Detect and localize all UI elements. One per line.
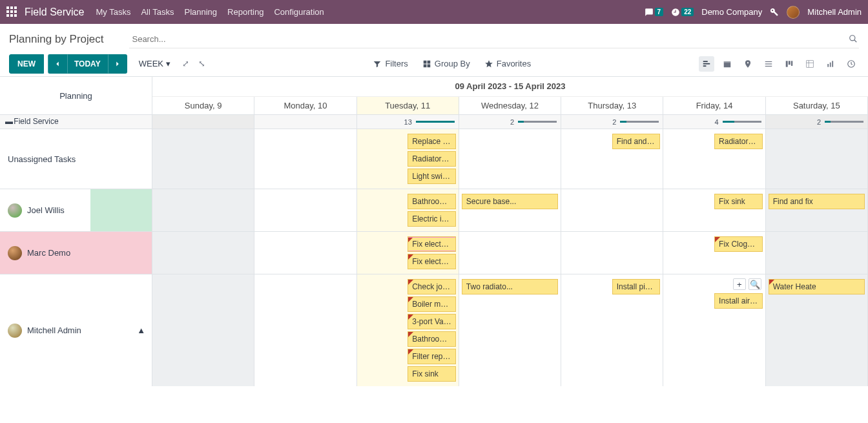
zoom-icon[interactable]: 🔍	[749, 278, 761, 290]
toolbar: NEW TODAY WEEK ▾ ⤢ ⤡ Filters Group By Fa…	[0, 55, 868, 76]
favorites-button[interactable]: Favorites	[484, 59, 531, 68]
planner-cell[interactable]	[459, 232, 561, 274]
view-list-icon[interactable]	[761, 56, 776, 72]
planner-cell[interactable]: Install pipeli...	[561, 274, 663, 386]
row-label[interactable]: Unassigned Tasks	[0, 129, 152, 189]
row-name: Marc Demo	[27, 248, 70, 258]
user-avatar[interactable]	[787, 6, 800, 19]
task-pill[interactable]: Fix electric c...	[408, 254, 456, 269]
task-pill[interactable]: Fix Clogged...	[714, 236, 763, 252]
groupby-button[interactable]: Group By	[422, 59, 470, 68]
nav-planning[interactable]: Planning	[184, 7, 217, 17]
planner-cell[interactable]: Two radiato...	[459, 274, 561, 386]
day-header: Sunday, 9	[152, 97, 254, 115]
view-map-icon[interactable]	[740, 56, 756, 72]
planner-cell[interactable]	[152, 274, 254, 386]
planner-cell[interactable]	[254, 189, 356, 231]
planner-cell[interactable]: Check jointsBoiler maint...3-port Valve.…	[357, 274, 459, 386]
task-label: Install pipeli...	[617, 282, 661, 291]
row-label[interactable]: Joel Willis	[0, 189, 152, 231]
planner-cell[interactable]	[152, 232, 254, 274]
planner-cell[interactable]	[766, 129, 868, 189]
planner-cell[interactable]: Secure base...	[459, 189, 561, 231]
task-pill[interactable]: Check joints	[408, 279, 456, 294]
planner-cell[interactable]	[152, 129, 254, 189]
task-pill[interactable]: Fix sink	[408, 366, 456, 382]
task-pill[interactable]: Radiator re...	[714, 134, 763, 149]
task-pill[interactable]: Water Heate	[769, 279, 865, 294]
nav-my-tasks[interactable]: My Tasks	[96, 7, 130, 17]
planner-cell[interactable]	[254, 232, 356, 274]
apps-icon[interactable]	[6, 6, 18, 18]
group-row[interactable]: ▬ Field Service 132242	[0, 114, 868, 129]
company-name[interactable]: Demo Company	[701, 7, 762, 17]
nav-all-tasks[interactable]: All Tasks	[141, 7, 174, 17]
nav-reporting[interactable]: Reporting	[227, 7, 264, 17]
planner-cell[interactable]	[459, 129, 561, 189]
svg-rect-9	[765, 65, 772, 66]
planner-cell[interactable]	[561, 232, 663, 274]
new-button[interactable]: NEW	[9, 54, 44, 74]
planner-cell[interactable]: Fix sink	[663, 189, 765, 231]
planner-cell[interactable]: Radiator re...	[663, 129, 765, 189]
task-pill[interactable]: Fix sink	[714, 194, 763, 209]
task-pill[interactable]: Two radiato...	[462, 279, 558, 294]
add-icon[interactable]: +	[733, 278, 746, 290]
task-pill[interactable]: Light switch...	[408, 169, 456, 184]
planner-cell[interactable]: Water Heate	[766, 274, 868, 386]
planner-cell[interactable]	[766, 232, 868, 274]
prev-button[interactable]	[48, 54, 67, 74]
task-pill[interactable]: Fix electricals	[408, 236, 456, 252]
planner-cell[interactable]	[254, 129, 356, 189]
task-pill[interactable]: Bathroom ti...	[408, 194, 456, 209]
messages-indicator[interactable]: 7	[645, 8, 664, 17]
planner-cell[interactable]	[254, 274, 356, 386]
view-gantt-icon[interactable]	[699, 56, 714, 72]
today-button[interactable]: TODAY	[67, 54, 108, 74]
planner-cell[interactable]: Replace def...Radiator re...Light switch…	[357, 129, 459, 189]
user-name[interactable]: Mitchell Admin	[807, 7, 862, 17]
planner-cell[interactable]	[152, 189, 254, 231]
task-pill[interactable]: 3-port Valve...	[408, 314, 456, 329]
planner-cell[interactable]: +🔍Install air ex...	[663, 274, 765, 386]
group-label[interactable]: ▬ Field Service	[0, 115, 152, 129]
svg-rect-13	[807, 60, 814, 67]
expand-icon[interactable]: ⤢	[182, 59, 189, 68]
row-label[interactable]: Marc Demo	[0, 232, 152, 274]
filters-button[interactable]: Filters	[373, 59, 408, 68]
task-pill[interactable]: Electric inst...	[408, 211, 456, 227]
search-icon[interactable]	[849, 34, 858, 45]
view-calendar-icon[interactable]	[719, 56, 735, 72]
view-kanban-icon[interactable]	[781, 56, 797, 72]
task-pill[interactable]: Boiler maint...	[408, 296, 456, 312]
view-pivot-icon[interactable]	[802, 56, 818, 72]
wrench-icon[interactable]	[770, 8, 779, 17]
task-pill[interactable]: Find and fix	[769, 194, 865, 209]
planner-cell[interactable]: Find and fix	[766, 189, 868, 231]
nav-configuration[interactable]: Configuration	[274, 7, 324, 17]
view-graph-icon[interactable]	[823, 56, 838, 72]
row-label[interactable]: Mitchell Admin▲	[0, 274, 152, 386]
search-input[interactable]	[129, 30, 859, 48]
task-pill[interactable]: Install pipeli...	[612, 279, 661, 294]
task-pill[interactable]: Find and fix ...	[612, 134, 661, 149]
activities-indicator[interactable]: 22	[671, 8, 694, 17]
collapse-icon[interactable]: ⤡	[198, 59, 205, 68]
next-button[interactable]	[108, 54, 127, 74]
scale-selector[interactable]: WEEK ▾	[139, 59, 170, 68]
app-brand[interactable]: Field Service	[25, 6, 84, 18]
task-pill[interactable]: Radiator re...	[408, 151, 456, 167]
priority-corner-icon	[715, 237, 720, 242]
priority-corner-icon	[408, 254, 413, 260]
planner-cell[interactable]	[561, 189, 663, 231]
planner-cell[interactable]: Fix electricalsFix electric c...	[357, 232, 459, 274]
task-pill[interactable]: Bathroom v...	[408, 331, 456, 347]
view-activity-icon[interactable]	[843, 56, 859, 72]
planner-cell[interactable]: Fix Clogged...	[663, 232, 765, 274]
planner-cell[interactable]: Bathroom ti...Electric inst...	[357, 189, 459, 231]
task-pill[interactable]: Replace def...	[408, 134, 456, 149]
task-pill[interactable]: Secure base...	[462, 194, 558, 209]
task-pill[interactable]: Install air ex...	[714, 293, 763, 309]
planner-cell[interactable]: Find and fix ...	[561, 129, 663, 189]
task-pill[interactable]: Filter replac...	[408, 349, 456, 364]
